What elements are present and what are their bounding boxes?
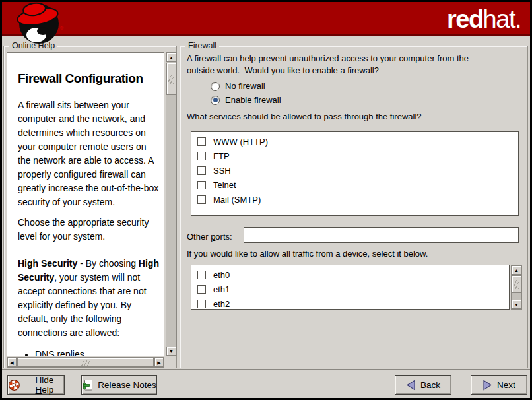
life-ring-icon [8, 379, 20, 391]
other-ports-input[interactable] [244, 227, 519, 243]
scroll-up-icon[interactable]: ▲ [166, 53, 176, 62]
firewall-intro-text: A firewall can help prevent unauthorized… [187, 53, 496, 77]
release-notes-page-icon [82, 379, 93, 391]
services-list: WWW (HTTP) FTP SSH Telnet Mail (SMTP) [191, 131, 519, 216]
help-paragraph-2: Choose the appropriate security level fo… [18, 216, 161, 244]
next-arrow-icon [482, 380, 492, 391]
brand-red: red [447, 5, 483, 33]
device-row-eth2[interactable]: eth2 [191, 296, 509, 310]
device-row-eth0[interactable]: eth0 [191, 267, 509, 282]
scroll-down-icon[interactable]: ▼ [166, 347, 176, 356]
checkbox-icon[interactable] [197, 166, 206, 175]
checkbox-icon[interactable] [197, 271, 206, 279]
firewall-frame: Firewall A firewall can help prevent una… [180, 46, 528, 368]
thumb-grip [514, 280, 519, 289]
back-label: Back [420, 380, 440, 390]
scroll-right-icon[interactable]: ▶ [154, 358, 164, 367]
header-banner: redhat. [2, 2, 530, 36]
release-notes-button[interactable]: Release Notes [81, 375, 157, 395]
service-row-www[interactable]: WWW (HTTP) [191, 134, 518, 149]
brand-hat: hat. [483, 5, 521, 33]
device-label: eth0 [213, 270, 230, 280]
services-question: What services should be allowed to pass … [187, 112, 422, 121]
radio-circle[interactable] [211, 82, 220, 91]
hide-help-label: Hide Help [25, 375, 64, 395]
back-button[interactable]: Back [395, 375, 451, 395]
other-ports-label: Other ports: [187, 232, 232, 242]
help-horizontal-scrollbar[interactable]: ◀ ▶ [7, 357, 164, 368]
devices-vscroll-thumb[interactable] [512, 275, 521, 293]
device-hint-text: If you would like to allow all traffic f… [187, 249, 428, 259]
radio-no-firewall[interactable]: No firewall [211, 81, 265, 92]
service-label: SSH [213, 166, 231, 176]
devices-list: eth0 eth1 eth2 [191, 265, 510, 310]
devices-vertical-scrollbar[interactable]: ▲ ▼ [511, 265, 522, 310]
help-title: Firewall Configuration [18, 71, 161, 85]
checkbox-icon[interactable] [197, 137, 206, 146]
checkbox-icon[interactable] [197, 152, 206, 160]
service-row-mail[interactable]: Mail (SMTP) [191, 192, 518, 207]
help-paragraph-1: A firewall sits between your computer an… [18, 98, 161, 209]
device-label: eth1 [213, 284, 230, 294]
redhat-shadowman-logo-icon: ® [5, 2, 69, 44]
help-vscroll-thumb[interactable] [166, 63, 176, 95]
scroll-down-icon[interactable]: ▼ [512, 300, 521, 309]
radio-enable-firewall[interactable]: Enable firewall [211, 94, 281, 106]
online-help-frame: Online Help Firewall Configuration A fir… [3, 46, 177, 368]
hide-help-button[interactable]: Hide Help [7, 375, 65, 395]
svg-text:®: ® [60, 26, 64, 30]
radio-no-firewall-label: No firewall [225, 81, 265, 91]
scroll-up-icon[interactable]: ▲ [512, 265, 521, 275]
footer-separator [2, 369, 530, 370]
service-row-ssh[interactable]: SSH [191, 163, 518, 178]
radio-circle-selected[interactable] [211, 96, 220, 105]
checkbox-icon[interactable] [197, 300, 206, 308]
checkbox-icon[interactable] [197, 195, 206, 204]
service-row-telnet[interactable]: Telnet [191, 178, 518, 192]
help-bold-high-security: High Security [18, 258, 77, 269]
help-paragraph-3: High Security - By choosing High Securit… [18, 257, 161, 340]
service-label: Mail (SMTP) [213, 195, 261, 205]
help-hscroll-thumb[interactable] [17, 358, 154, 367]
service-label: Telnet [213, 180, 236, 190]
firewall-frame-title: Firewall [185, 41, 219, 51]
help-text-area: Firewall Configuration A firewall sits b… [7, 52, 164, 356]
next-button[interactable]: Next [471, 375, 527, 395]
service-label: FTP [213, 151, 230, 161]
device-row-eth1[interactable]: eth1 [191, 282, 509, 296]
release-notes-label: Release Notes [98, 380, 156, 390]
service-label: WWW (HTTP) [213, 137, 268, 147]
help-vertical-scrollbar[interactable]: ▲ ▼ [166, 52, 177, 356]
help-bullet-list: DNS replies [35, 348, 161, 356]
checkbox-icon[interactable] [197, 285, 206, 294]
radio-dot [213, 98, 218, 102]
radio-enable-firewall-label: Enable firewall [225, 95, 281, 105]
redhat-wordmark: redhat. [447, 5, 521, 34]
checkbox-icon[interactable] [197, 181, 206, 189]
help-bullet-dns-replies: DNS replies [35, 348, 161, 356]
thumb-grip [168, 75, 174, 84]
back-arrow-icon [406, 380, 416, 391]
device-label: eth2 [213, 299, 230, 309]
next-label: Next [497, 380, 515, 390]
thumb-grip [81, 360, 90, 366]
scroll-left-icon[interactable]: ◀ [7, 358, 17, 367]
service-row-ftp[interactable]: FTP [191, 149, 518, 163]
installer-window: redhat. ® Online Help Firewall Configura… [0, 0, 532, 400]
